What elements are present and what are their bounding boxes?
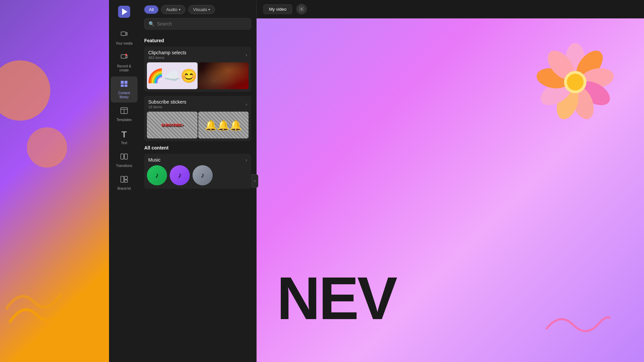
sidebar-item-transitions[interactable]: Transitions — [111, 149, 138, 171]
background-shapes — [0, 0, 109, 362]
card-title-selects: Clipchamp selects — [148, 50, 186, 55]
squiggle-decoration — [543, 308, 610, 342]
preview-area: My video — [257, 0, 644, 362]
svg-point-4 — [125, 54, 127, 56]
sidebar-item-text-label: Text — [121, 141, 127, 145]
sidebar-item-your-media-label: Your media — [116, 42, 132, 46]
bg-circle-2 — [27, 127, 67, 168]
card-header-subscribe: Subscribe stickers 19 items › — [144, 96, 251, 112]
brand-kit-icon — [120, 175, 128, 185]
sidebar-item-brand-kit-label: Brand kit — [117, 187, 130, 191]
video-canvas: NEV — [257, 18, 644, 362]
sidebar-item-content-library[interactable]: Contentlibrary — [111, 76, 138, 103]
search-bar: 🔍 — [144, 18, 251, 29]
svg-rect-3 — [121, 55, 126, 58]
text-icon: T — [121, 129, 127, 140]
panel-header: All Audio ▾ Visuals ▾ 🔍 — [139, 0, 256, 33]
svg-rect-2 — [121, 32, 126, 36]
settings-icon[interactable] — [296, 4, 307, 14]
filter-audio-button[interactable]: Audio ▾ — [161, 5, 185, 14]
video-text-overlay: NEV — [277, 268, 396, 328]
filter-visuals-button[interactable]: Visuals ▾ — [188, 5, 215, 14]
card-header-music: Music › — [144, 154, 251, 165]
card-title-music: Music — [148, 157, 161, 163]
preview-topbar: My video — [257, 0, 644, 18]
card-arrow-music: › — [246, 157, 247, 163]
bg-circle-1 — [0, 60, 50, 121]
transitions-icon — [120, 153, 128, 163]
card-header-selects: Clipchamp selects 483 items › — [144, 47, 251, 62]
search-input[interactable] — [157, 21, 247, 26]
svg-rect-16 — [124, 176, 127, 179]
clipchamp-selects-card[interactable]: Clipchamp selects 483 items › 🌈☁️😊 — [144, 47, 251, 92]
filter-tabs: All Audio ▾ Visuals ▾ — [144, 5, 251, 14]
svg-rect-8 — [124, 84, 127, 87]
card-arrow-subscribe: › — [246, 102, 247, 107]
svg-rect-15 — [121, 176, 124, 182]
music-icons: ♪ ♪ ♪ — [144, 165, 251, 189]
panel-scroll-area[interactable]: Featured Clipchamp selects 483 items › 🌈… — [139, 33, 256, 362]
preview-particle-thumb — [198, 62, 249, 89]
card-subtitle-selects: 483 items — [148, 56, 186, 60]
music-icon-gray[interactable]: ♪ — [193, 165, 213, 185]
svg-rect-17 — [124, 180, 127, 182]
svg-point-18 — [301, 8, 303, 10]
sidebar-item-record-create[interactable]: Record &create — [111, 50, 138, 76]
svg-rect-13 — [124, 154, 127, 159]
filter-all-button[interactable]: All — [144, 5, 158, 14]
subscribe-stickers-card[interactable]: Subscribe stickers 19 items › SUBSCRIBE+… — [144, 96, 251, 141]
svg-rect-6 — [124, 81, 127, 84]
sidebar-item-your-media[interactable]: Your media — [111, 27, 138, 49]
all-content-section-title: All content — [144, 145, 251, 150]
svg-rect-5 — [121, 81, 124, 84]
card-previews-subscribe: SUBSCRIBE+ 🔔🔔🔔 — [144, 112, 251, 141]
app-logo[interactable] — [116, 3, 132, 20]
card-previews-selects: 🌈☁️😊 — [144, 62, 251, 92]
preview-bell-thumb: 🔔🔔🔔 — [198, 112, 249, 138]
svg-rect-7 — [121, 84, 124, 87]
flower-decoration — [533, 35, 617, 129]
card-arrow-selects: › — [246, 52, 247, 58]
sidebar-item-content-library-label: Contentlibrary — [118, 91, 130, 99]
your-media-icon — [120, 30, 128, 40]
bg-squiggle — [3, 268, 70, 335]
preview-rainbow-thumb: 🌈☁️😊 — [147, 62, 198, 89]
templates-icon — [120, 107, 128, 117]
sidebar-item-templates-label: Templates — [116, 118, 132, 122]
collapse-panel-button[interactable]: ‹ — [252, 174, 258, 188]
video-frame: NEV — [257, 18, 644, 362]
sidebar: Your media Record &create Contentlibrary — [109, 0, 139, 362]
content-panel: All Audio ▾ Visuals ▾ 🔍 Featured Clipcha… — [139, 0, 257, 362]
sidebar-item-text[interactable]: T Text — [111, 126, 138, 148]
sidebar-item-brand-kit[interactable]: Brand kit — [111, 172, 138, 194]
svg-rect-12 — [121, 154, 124, 159]
featured-section-title: Featured — [144, 38, 251, 43]
music-icon-purple[interactable]: ♪ — [170, 165, 190, 185]
card-title-subscribe: Subscribe stickers — [148, 99, 186, 105]
music-card[interactable]: Music › ♪ ♪ ♪ — [144, 154, 251, 189]
sidebar-item-record-create-label: Record &create — [117, 64, 131, 72]
visuals-chevron-icon: ▾ — [208, 8, 210, 11]
record-create-icon — [120, 53, 128, 63]
card-subtitle-subscribe: 19 items — [148, 105, 186, 109]
my-video-button[interactable]: My video — [263, 4, 292, 14]
music-icon-green[interactable]: ♪ — [147, 165, 167, 185]
svg-point-29 — [567, 74, 584, 90]
sidebar-item-templates[interactable]: Templates — [111, 103, 138, 125]
audio-chevron-icon: ▾ — [179, 8, 180, 11]
sidebar-item-transitions-label: Transitions — [116, 164, 132, 168]
search-icon: 🔍 — [149, 21, 154, 26]
content-library-icon — [120, 80, 128, 90]
preview-subscribe-thumb: SUBSCRIBE+ — [147, 112, 198, 138]
